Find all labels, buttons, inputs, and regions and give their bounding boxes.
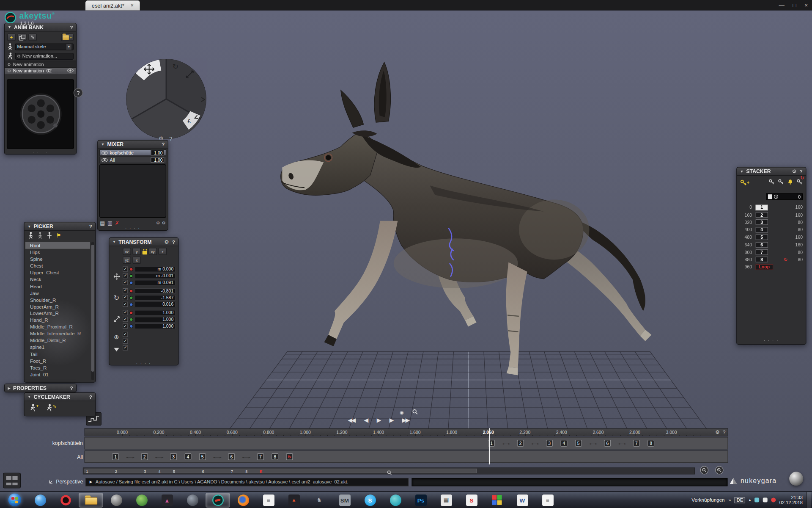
axis-mode-button[interactable]: xz	[123, 248, 131, 255]
keyframe-8[interactable]: 8	[272, 453, 278, 460]
track-loop-key[interactable]: ↻	[286, 453, 293, 460]
bell-icon[interactable]	[787, 178, 793, 187]
picker-item[interactable]: Tail	[25, 351, 90, 357]
keyframe-2[interactable]: 2	[517, 440, 524, 447]
panel-resize-dots[interactable]: · · · ·	[98, 226, 167, 230]
key-copy-icon[interactable]	[778, 178, 784, 187]
help-icon[interactable]: ?	[800, 168, 803, 174]
keyframe-5[interactable]: 5	[575, 440, 582, 447]
front-near-leg[interactable]	[328, 221, 398, 339]
collapse-icon[interactable]: ▼	[27, 224, 31, 228]
key-dot-y[interactable]	[129, 318, 133, 321]
zoom-selection-button[interactable]	[715, 466, 724, 475]
rotate-icon[interactable]: ↻	[173, 62, 178, 71]
onion-skin-icon[interactable]: ◉	[400, 410, 404, 415]
eye-icon[interactable]	[102, 158, 108, 162]
notes-icon[interactable]: ≡	[535, 493, 560, 507]
maximize-button[interactable]: □	[793, 2, 796, 8]
track-band-1[interactable]: 1↔2↔345↔6↔78↻	[85, 450, 728, 463]
scrollbar-thumb[interactable]	[91, 245, 94, 372]
track-band-0[interactable]: 1↔2↔345↔6↔78	[85, 437, 728, 449]
timeline-help-icon[interactable]: ?	[723, 429, 725, 435]
stacker-key-4[interactable]: 4	[756, 227, 768, 232]
stacker-key-3[interactable]: 3	[756, 220, 768, 225]
help-icon[interactable]: ?	[89, 394, 92, 400]
start-button[interactable]	[3, 493, 27, 507]
zoom-range[interactable]: 12345678E	[85, 469, 477, 473]
mirror-picker-icon[interactable]	[47, 232, 52, 239]
picker-item[interactable]: Middle_Proximal_R	[25, 323, 90, 330]
eye-icon[interactable]	[102, 151, 108, 155]
picker-item[interactable]: Middle_Distal_R	[25, 337, 90, 344]
tray-icon-3[interactable]	[771, 498, 776, 502]
next-key-button[interactable]: ▶	[390, 415, 393, 425]
picker-header[interactable]: ▼ PICKER ?	[25, 222, 96, 231]
mixer-layer-row[interactable]: kopfschütte 1.00	[99, 149, 166, 156]
explorer-icon[interactable]	[79, 493, 103, 507]
transform-value-field[interactable]: 1.000	[134, 310, 176, 315]
ear-left[interactable]	[341, 90, 364, 127]
collapse-icon[interactable]: ▼	[27, 395, 31, 399]
playhead[interactable]	[489, 428, 490, 464]
duplicate-icon[interactable]	[18, 34, 27, 41]
transform-value-field[interactable]: -1.587	[134, 295, 176, 300]
picker-item[interactable]: Spine	[25, 256, 90, 262]
transform-value-field[interactable]: m 0.091	[134, 280, 176, 285]
picker-item[interactable]: Shoulder_R	[25, 296, 90, 303]
keyframe-7[interactable]: 7	[633, 440, 640, 447]
skip-end-button[interactable]: ▶▶	[402, 415, 409, 425]
picker-item[interactable]: Jaw	[25, 290, 90, 296]
colors-icon[interactable]	[485, 493, 509, 507]
panel-resize-dots[interactable]: · · · ·	[109, 361, 178, 365]
gear-icon[interactable]: ⚙	[792, 168, 797, 174]
mixer-weight-field[interactable]: 1.00	[151, 157, 164, 163]
minimize-button[interactable]: —	[779, 2, 785, 8]
zoom-fit-button[interactable]	[700, 466, 709, 475]
keyframe-3[interactable]: 3	[170, 453, 177, 460]
help-icon[interactable]: ?	[89, 224, 92, 229]
animation-item[interactable]: ⚙ New animation	[5, 61, 76, 67]
tab-close-icon[interactable]: ×	[131, 3, 134, 8]
browser-globe-icon[interactable]	[28, 493, 52, 507]
stacker-key-6[interactable]: 6	[756, 242, 768, 247]
picker-item[interactable]: Hand_R	[25, 317, 90, 323]
picker-item[interactable]: Toes_R	[25, 364, 90, 371]
animation-item-selected[interactable]: ⚙ New animation_02	[5, 67, 76, 74]
mixer-weight-field[interactable]: 1.00	[151, 150, 164, 155]
add-group-icon[interactable]: ▥	[107, 220, 112, 226]
axis-checkbox[interactable]: ✓	[123, 288, 128, 293]
record-loop-key-icon[interactable]: ↻	[796, 178, 803, 187]
animation-select[interactable]: ⚙ New animation...	[15, 52, 74, 59]
keyframe-6[interactable]: 6	[228, 453, 235, 460]
magnifier-icon[interactable]	[412, 409, 418, 416]
spinner-help-icon[interactable]: ?	[169, 136, 172, 141]
picker-item[interactable]: Upper_Chest	[25, 269, 90, 276]
picker-item[interactable]: Head	[25, 283, 90, 290]
transform-value-field[interactable]: 1.000	[134, 317, 176, 322]
key-dot-x[interactable]	[129, 289, 133, 293]
add-key-icon[interactable]: +	[740, 179, 749, 186]
picker-item[interactable]: LowerArm_R	[25, 310, 90, 317]
delete-layer-icon[interactable]: ✗	[115, 220, 119, 226]
axis-checkbox[interactable]: ✓	[123, 280, 128, 285]
flag-icon[interactable]: ⚑	[56, 232, 61, 239]
eye-icon[interactable]	[67, 69, 74, 73]
transform-value-field[interactable]: -0.801	[134, 288, 176, 293]
green-app-icon[interactable]	[129, 493, 154, 507]
picker-item[interactable]: Hips	[25, 249, 90, 256]
picker-item[interactable]: spine1	[25, 344, 90, 351]
photoshop-icon[interactable]: Ps	[409, 493, 433, 507]
current-frame-field[interactable]: 0	[766, 193, 803, 200]
prism-icon[interactable]: ▲	[155, 493, 179, 507]
stacker-key-1[interactable]: 1	[756, 204, 768, 210]
mixer-header[interactable]: ▼ MIXER ?	[98, 141, 167, 149]
show-desktop-button[interactable]	[807, 491, 811, 508]
key-dot-z[interactable]	[129, 281, 133, 284]
body-picker-icon[interactable]	[28, 232, 33, 239]
key-dot-z[interactable]	[129, 324, 133, 328]
axis-checkbox[interactable]: ✓	[123, 345, 128, 351]
picker-item[interactable]: Joint_02	[25, 378, 90, 380]
axis-checkbox[interactable]: ✓	[123, 295, 128, 300]
skip-start-button[interactable]: ◀◀	[348, 415, 355, 425]
teal-app-icon[interactable]	[383, 493, 408, 507]
